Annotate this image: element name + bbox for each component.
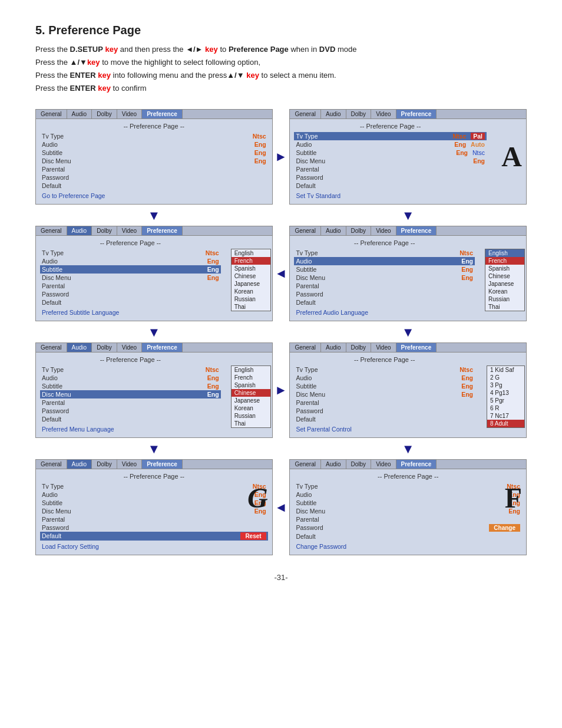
arrow-down-right-2: ▼	[289, 325, 527, 340]
row-discmenu-f: Disc MenuEng	[296, 507, 520, 515]
instructions: Press the D.SETUP key and then press the…	[35, 43, 527, 95]
tab-audio[interactable]: Audio	[67, 110, 92, 118]
tab-video-e[interactable]: Video	[371, 343, 396, 352]
panel-header: -- Preference Page --	[42, 123, 266, 130]
tab-preference[interactable]: Preference	[142, 110, 183, 118]
tab-audio-a[interactable]: Audio	[321, 110, 346, 118]
row-subtitle: SubtitleEng	[42, 149, 266, 157]
tab-general-d[interactable]: General	[36, 343, 67, 352]
tab-video-d[interactable]: Video	[117, 343, 142, 352]
panel-F: General Audio Dolby Video Preference -- …	[289, 459, 527, 555]
row-default-g: Default Reset	[40, 532, 268, 541]
panel-header-a: -- Preference Page --	[296, 123, 485, 130]
panel-caption-c: Preferred Subtitle Language	[42, 309, 219, 316]
tab-preference-a[interactable]: Preference	[396, 110, 437, 118]
row-discmenu-d: Disc MenuEng	[40, 390, 221, 398]
layout-row4: General Audio Dolby Video Preference -- …	[35, 459, 527, 555]
tab-dolby[interactable]: Dolby	[92, 110, 117, 118]
panel-header-e: -- Preference Page --	[296, 356, 473, 363]
tab-audio-e[interactable]: Audio	[321, 343, 346, 352]
icon-letter-f: F	[505, 484, 522, 512]
tab-audio-c[interactable]: Audio	[67, 226, 92, 235]
panel-G: General Audio Dolby Video Preference -- …	[35, 459, 273, 555]
tab-preference-b[interactable]: Preference	[396, 226, 437, 235]
arrow-down-left-2: ▼	[35, 325, 273, 340]
layout-row1: General Audio Dolby Video Preference -- …	[35, 109, 527, 205]
arrow-down-right-3: ▼	[289, 442, 527, 457]
panel-caption: Go to Preference Page	[42, 192, 266, 199]
panel-header-d: -- Preference Page --	[42, 356, 219, 363]
arrow-down-row1: ▼ ▼	[35, 208, 527, 223]
tab-video-b[interactable]: Video	[371, 226, 396, 235]
row-tvtype-e: Tv TypeNtsc	[296, 365, 473, 374]
row-password-b: Password	[296, 290, 473, 298]
layout-row2: General Audio Dolby Video Preference -- …	[35, 226, 527, 321]
tab-audio-b[interactable]: Audio	[321, 226, 346, 235]
tab-preference-c[interactable]: Preference	[142, 226, 183, 235]
tab-preference-e[interactable]: Preference	[396, 343, 437, 352]
row-password-e: Password	[296, 407, 473, 415]
icon-letter-g: G	[247, 484, 268, 512]
layout-row3: General Audio Dolby Video Preference -- …	[35, 342, 527, 438]
row-password-f: Password Change	[296, 523, 520, 532]
row-default-d: Default	[42, 415, 219, 423]
panel-caption-g: Load Factory Setting	[42, 543, 266, 550]
tab-general-c[interactable]: General	[36, 226, 67, 235]
reset-button[interactable]: Reset	[240, 532, 266, 540]
row-subtitle-a: Subtitle Eng Ntsc	[296, 149, 485, 157]
row-subtitle-e: SubtitleEng	[296, 382, 473, 390]
tab-audio-f[interactable]: Audio	[321, 460, 346, 469]
row-tvtype: Tv TypeNtsc	[42, 132, 266, 140]
panel-header-b: -- Preference Page --	[296, 239, 473, 246]
arrow-right-1: ►	[273, 109, 290, 205]
arrow-down-left-1: ▼	[35, 208, 273, 223]
tab-dolby-b[interactable]: Dolby	[346, 226, 372, 235]
tab-dolby-g[interactable]: Dolby	[92, 460, 117, 469]
row-parental-a: Parental	[296, 165, 485, 173]
tab-dolby-e[interactable]: Dolby	[346, 343, 372, 352]
tab-video-c[interactable]: Video	[117, 226, 142, 235]
row-subtitle-f: SubtitleEng	[296, 499, 520, 507]
row-parental-b: Parental	[296, 282, 473, 290]
tab-audio-g[interactable]: Audio	[67, 460, 92, 469]
row-parental: Parental	[42, 165, 266, 173]
tab-preference-g[interactable]: Preference	[142, 460, 183, 469]
tab-preference-f[interactable]: Preference	[396, 460, 437, 469]
panel-C: General Audio Dolby Video Preference -- …	[35, 226, 273, 321]
tab-dolby-c[interactable]: Dolby	[92, 226, 117, 235]
tab-audio-d[interactable]: Audio	[67, 343, 92, 352]
tab-dolby-f[interactable]: Dolby	[346, 460, 372, 469]
arrow-down-left-3: ▼	[35, 442, 273, 457]
tab-general-b[interactable]: General	[290, 226, 321, 235]
tab-general[interactable]: General	[36, 110, 67, 118]
arrow-down-row3: ▼ ▼	[35, 442, 527, 457]
arrow-left-4: ◄	[273, 459, 290, 555]
row-parental-e: Parental	[296, 398, 473, 407]
row-subtitle-b: SubtitleEng	[296, 265, 473, 274]
page-title: 5. Preference Page	[35, 24, 527, 37]
tab-general-f[interactable]: General	[290, 460, 321, 469]
tab-dolby-a[interactable]: Dolby	[346, 110, 372, 118]
tab-video[interactable]: Video	[117, 110, 142, 118]
tab-preference-d[interactable]: Preference	[142, 343, 183, 352]
row-default-f: Default	[296, 532, 520, 541]
row-password: Password	[42, 173, 266, 182]
row-subtitle-g: SubtitleEng	[42, 499, 266, 507]
tab-dolby-d[interactable]: Dolby	[92, 343, 117, 352]
row-password-a: Password	[296, 173, 485, 182]
row-subtitle-d: SubtitleEng	[42, 382, 219, 390]
row-audio-a: Audio Eng Auto	[296, 140, 485, 149]
row-audio: AudioEng	[42, 140, 266, 149]
row-parental-f: Parental	[296, 515, 520, 523]
tab-video-a[interactable]: Video	[371, 110, 396, 118]
tab-video-g[interactable]: Video	[117, 460, 142, 469]
row-tvtype-g: Tv TypeNtsc	[42, 482, 266, 490]
arrow-down-right-1: ▼	[289, 208, 527, 223]
tab-general-g[interactable]: General	[36, 460, 67, 469]
change-button[interactable]: Change	[489, 524, 520, 532]
row-default-e: Default	[296, 415, 473, 423]
tab-general-a[interactable]: General	[290, 110, 321, 118]
tab-video-f[interactable]: Video	[371, 460, 396, 469]
tab-general-e[interactable]: General	[290, 343, 321, 352]
row-tvtype-c: Tv TypeNtsc	[42, 249, 219, 257]
